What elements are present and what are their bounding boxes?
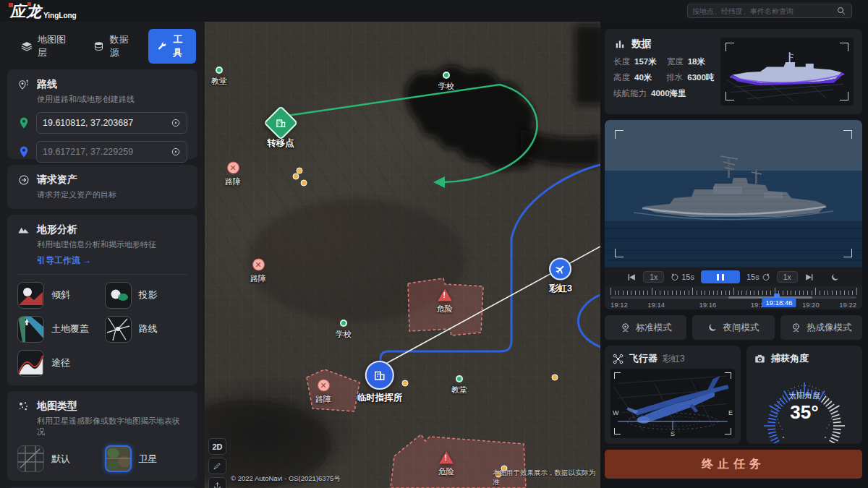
marker-transfer-point[interactable]: 转移点 xyxy=(267,111,294,150)
locate-icon[interactable] xyxy=(171,147,181,157)
guided-workflow-link[interactable]: 引导工作流 → xyxy=(37,254,91,267)
tool-label: 路线 xyxy=(139,322,158,335)
route-pin-icon xyxy=(17,79,30,91)
marker-roadblock-1[interactable]: ✕ 路障 xyxy=(225,162,241,187)
divider xyxy=(17,274,187,275)
map-canvas[interactable]: 教堂 学校 转移点 ✕ 路障 ✕ 路障 危险 学校 ✕ 路障 临时指挥所 教堂 xyxy=(205,22,600,488)
forward-15s-button[interactable]: 15s xyxy=(746,273,770,281)
video-feed-card: 1x 15s 15s 1x 19:18:46 19:12 19:1 xyxy=(605,120,862,309)
terrain-tool-projection[interactable]: 投影 xyxy=(105,282,188,309)
tab-label: 工具 xyxy=(173,33,189,59)
start-coordinate-value: 19.610812, 37.203687 xyxy=(43,118,133,128)
search-input[interactable] xyxy=(692,7,835,15)
request-asset-title: 请求资产 xyxy=(37,174,77,187)
map-type-satellite[interactable]: 卫星 xyxy=(105,445,188,472)
marker-roadblock-2[interactable]: ✕ 路障 xyxy=(250,259,266,284)
draw-button[interactable] xyxy=(208,458,226,474)
route-blue-loop xyxy=(578,295,600,347)
sun-angle-label: 太阳角度 xyxy=(746,390,862,401)
export-button[interactable] xyxy=(208,477,226,488)
request-asset-card[interactable]: 请求资产 请求并定义资产的目标 xyxy=(7,165,197,209)
mode-night-button[interactable]: 夜间模式 xyxy=(692,315,774,340)
frame-corner xyxy=(840,43,848,51)
transfer-diamond-icon xyxy=(263,106,298,140)
marker-church-1[interactable]: 教堂 xyxy=(211,67,227,87)
poi-yellow-dot[interactable] xyxy=(552,374,558,381)
terminate-mission-button[interactable]: 终止任务 xyxy=(605,450,862,479)
aircraft-card: 飞行器 彩虹3 W E S xyxy=(605,346,741,444)
mode-standard-button[interactable]: 标准模式 xyxy=(605,315,686,340)
frame-corner xyxy=(843,249,852,257)
app-logo: 应龙 YingLong xyxy=(10,1,77,22)
frame-corner xyxy=(725,372,731,379)
tab-map-layers[interactable]: 地图图层 xyxy=(13,29,78,64)
drone-3d-view[interactable]: W E S xyxy=(610,369,735,438)
tab-tools[interactable]: 工具 xyxy=(148,29,196,64)
speed-back[interactable]: 1x xyxy=(643,271,664,283)
marker-school-2[interactable]: 学校 xyxy=(336,320,352,340)
route-green-arrow xyxy=(433,176,445,188)
route-thumbnail xyxy=(105,316,132,343)
locate-icon[interactable] xyxy=(171,118,181,128)
marker-label: 路障 xyxy=(225,176,241,187)
slope-thumbnail xyxy=(17,282,44,309)
search-bar[interactable] xyxy=(687,4,852,18)
ship-wireframe-view xyxy=(720,38,854,106)
timestamp: 19:14 xyxy=(647,301,665,309)
river-arm xyxy=(520,129,600,166)
warning-triangle-icon xyxy=(438,289,452,301)
mode-thermal-button[interactable]: 热成像模式 xyxy=(780,315,862,340)
skip-forward-button[interactable] xyxy=(804,273,814,281)
speed-forward[interactable]: 1x xyxy=(777,271,798,283)
frame-corner xyxy=(615,130,624,139)
timeline-ruler[interactable] xyxy=(610,288,856,295)
map-type-default[interactable]: 默认 xyxy=(17,445,101,472)
marker-danger-2[interactable]: 危险 xyxy=(438,452,454,477)
search-icon[interactable] xyxy=(835,5,847,17)
terrain-tool-slope[interactable]: 倾斜 xyxy=(17,282,101,309)
marker-danger-1[interactable]: 危险 xyxy=(437,289,453,314)
tool-label: 卫星 xyxy=(139,453,158,466)
marker-command-post[interactable]: 临时指挥所 xyxy=(357,361,403,404)
skip-back-button[interactable] xyxy=(627,273,637,281)
timestamp: 19:20 xyxy=(802,301,820,309)
roadblock-icon: ✕ xyxy=(318,380,330,392)
marker-school-1[interactable]: 学校 xyxy=(438,72,454,92)
right-panel: 数据 长度157米 宽度18米 高度40米 排水6300吨 续航能力4000海里 xyxy=(600,22,868,488)
frame-corner xyxy=(726,92,734,100)
timeline-track[interactable] xyxy=(610,296,856,299)
night-toggle-icon[interactable] xyxy=(830,273,840,282)
capture-title: 捕获角度 xyxy=(771,352,809,365)
end-coordinate-value: 19.617217, 37.229259 xyxy=(43,147,133,157)
end-coordinate-input[interactable]: 19.617217, 37.229259 xyxy=(36,141,187,163)
timestamp: 19:16 xyxy=(699,301,717,309)
start-pin-icon xyxy=(17,116,30,129)
aircraft-name: 彩虹3 xyxy=(663,353,685,365)
start-coordinate-input[interactable]: 19.610812, 37.203687 xyxy=(36,112,187,134)
map-overlay xyxy=(205,22,600,488)
video-feed[interactable] xyxy=(605,120,862,267)
tab-datasource[interactable]: 数据源 xyxy=(85,29,142,64)
marker-church-2[interactable]: 教堂 xyxy=(451,375,467,395)
mode-label: 夜间模式 xyxy=(723,322,759,334)
marker-roadblock-3[interactable]: ✕ 路障 xyxy=(315,380,331,405)
marker-label: 危险 xyxy=(438,466,454,477)
terrain-tool-landcover[interactable]: 土地覆盖 xyxy=(17,316,101,343)
database-icon xyxy=(93,40,105,53)
poi-yellow-dot[interactable] xyxy=(301,180,307,187)
camera-icon xyxy=(754,353,766,365)
poi-yellow-dot[interactable] xyxy=(293,174,299,180)
green-dot-icon xyxy=(216,67,223,74)
logo-cn: 应龙 xyxy=(10,1,42,22)
terrain-tool-path[interactable]: 途径 xyxy=(17,350,101,377)
view-2d-button[interactable]: 2D xyxy=(208,438,226,455)
terrain-tool-route[interactable]: 路线 xyxy=(105,316,188,343)
rewind-15s-button[interactable]: 15s xyxy=(671,273,694,281)
pause-button[interactable] xyxy=(701,270,740,283)
left-sidebar: 地图图层 数据源 工具 路线 使用道路和/或地形创建路线 19.610 xyxy=(0,22,205,488)
frame-corner xyxy=(843,130,852,139)
marker-drone[interactable]: 彩虹3 xyxy=(549,258,572,295)
frame-corner xyxy=(725,428,731,435)
poi-yellow-dot[interactable] xyxy=(402,380,409,387)
green-dot-icon xyxy=(456,375,463,382)
